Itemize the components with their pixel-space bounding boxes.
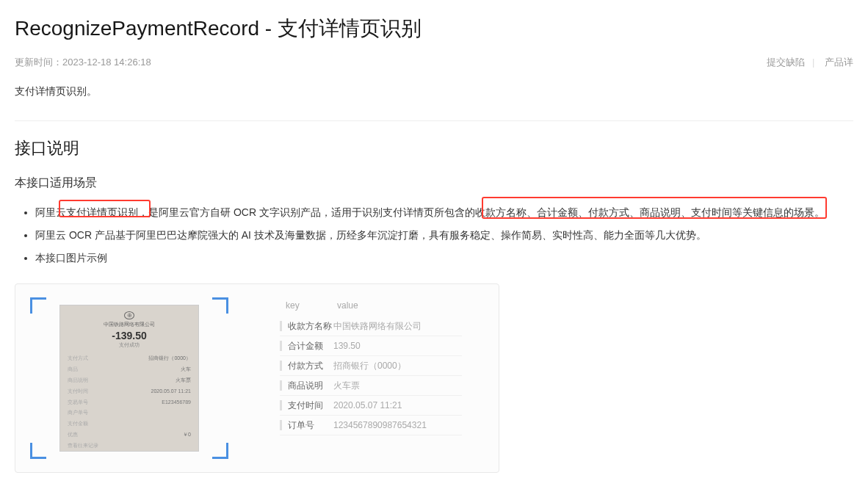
kv-row: 收款方名称中国铁路网络有限公司 [280, 316, 462, 336]
receipt-logo-icon: ⊕ [124, 311, 134, 319]
row-bar-icon [280, 341, 282, 351]
receipt-company: 中国铁路网络有限公司 [104, 321, 155, 328]
kv-row: 付款方式招商银行（0000） [280, 356, 462, 376]
kv-key: 收款方名称 [288, 320, 333, 333]
example-card: ⊕ 中国铁路网络有限公司 -139.50 支付成功 支付方式招商银行（0000）… [15, 283, 499, 473]
kv-value: 12345678909876​54321 [333, 420, 427, 430]
list-item: 阿里云 OCR 产品基于阿里巴巴达摩院强大的 AI 技术及海量数据，历经多年沉淀… [35, 224, 853, 247]
receipt-row: 交易单号E123456789 [68, 399, 191, 406]
meta-links: 提交缺陷 | 产品详 [764, 56, 853, 69]
row-bar-icon [280, 321, 282, 331]
update-time: 更新时间：2023-12-18 14:26:18 [15, 56, 151, 69]
link-product[interactable]: 产品详 [825, 57, 853, 68]
row-bar-icon [280, 361, 282, 371]
scan-corner-icon [30, 297, 46, 314]
kv-row: 合计金额139.50 [280, 336, 462, 356]
meta-row: 更新时间：2023-12-18 14:26:18 提交缺陷 | 产品详 [15, 56, 853, 69]
receipt-row: 查看往来记录 [68, 442, 191, 449]
receipt-amount: -139.50 [112, 330, 146, 341]
row-bar-icon [280, 380, 282, 391]
bullet-list: 阿里云支付详情页识别，是阿里云官方自研 OCR 文字识别产品，适用于识别支付详情… [15, 201, 853, 269]
receipt-row: 优惠￥0 [68, 431, 191, 438]
row-bar-icon [280, 420, 282, 430]
scan-corner-icon [30, 443, 46, 459]
kv-value: 招商银行（0000） [333, 360, 406, 372]
kv-key: 支付时间 [288, 399, 333, 412]
kv-row: 支付时间2020.05.07 11:21 [280, 396, 462, 416]
kv-table: key value 收款方名称中国铁路网络有限公司合计金额139.50付款方式招… [280, 297, 462, 435]
receipt-row: 商品说明火车票 [68, 377, 191, 384]
kv-value: 139.50 [333, 341, 361, 351]
kv-key-header: key [286, 300, 337, 311]
receipt-status: 支付成功 [119, 341, 140, 349]
kv-key: 订单号 [288, 419, 333, 432]
list-item: 本接口图片示例 [35, 247, 853, 269]
section-title: 接口说明 [15, 137, 853, 159]
separator: | [812, 57, 814, 68]
scan-corner-icon [212, 443, 228, 459]
receipt-row: 商户单号 [68, 409, 191, 416]
list-item: 阿里云支付详情页识别，是阿里云官方自研 OCR 文字识别产品，适用于识别支付详情… [35, 201, 853, 224]
kv-value: 中国铁路网络有限公司 [333, 320, 422, 333]
kv-value-header: value [337, 300, 358, 311]
link-defect[interactable]: 提交缺陷 [767, 57, 805, 68]
receipt-row: 商品火车 [68, 366, 191, 373]
kv-key: 商品说明 [288, 380, 333, 392]
receipt-row: 支付金额 [68, 420, 191, 427]
receipt-scan-frame: ⊕ 中国铁路网络有限公司 -139.50 支付成功 支付方式招商银行（0000）… [30, 297, 228, 459]
sub-title: 本接口适用场景 [15, 175, 853, 191]
row-bar-icon [280, 400, 282, 410]
kv-header: key value [280, 297, 462, 316]
scan-corner-icon [212, 297, 228, 314]
divider [15, 120, 853, 121]
description: 支付详情页识别。 [15, 85, 853, 98]
receipt-row: 支付方式招商银行（0000） [68, 355, 191, 362]
kv-key: 合计金额 [288, 340, 333, 352]
receipt-row: 支付时间2020.05.07 11:21 [68, 388, 191, 395]
kv-value: 火车票 [333, 380, 360, 392]
kv-value: 2020.05.07 11:21 [333, 400, 402, 410]
receipt-image: ⊕ 中国铁路网络有限公司 -139.50 支付成功 支付方式招商银行（0000）… [59, 305, 199, 452]
kv-key: 付款方式 [288, 360, 333, 372]
kv-row: 订单号12345678909876​54321 [280, 416, 462, 435]
page-title: RecognizePaymentRecord - 支付详情页识别 [15, 15, 853, 43]
kv-row: 商品说明火车票 [280, 376, 462, 396]
